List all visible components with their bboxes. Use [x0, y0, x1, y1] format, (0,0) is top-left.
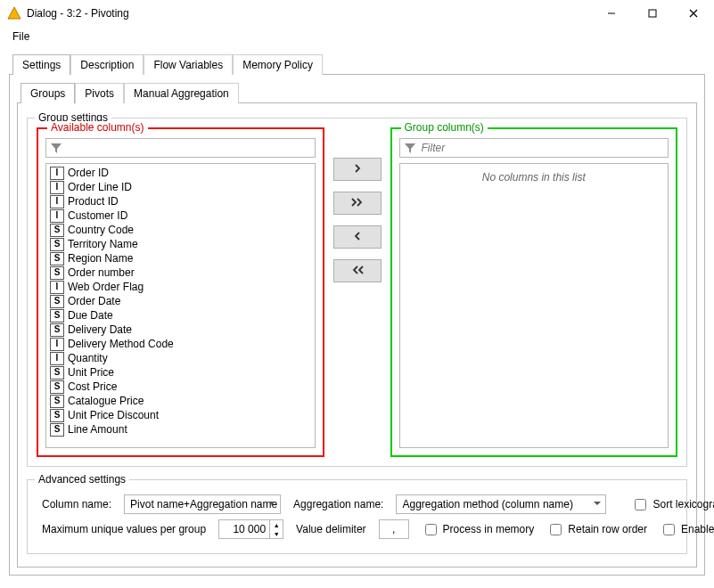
group-filter[interactable] [399, 138, 669, 158]
tab-groups[interactable]: Groups [21, 83, 75, 103]
tab-description[interactable]: Description [70, 54, 144, 75]
window-maximize-button[interactable] [632, 0, 673, 27]
spinner-down-icon[interactable]: ▼ [270, 529, 283, 538]
type-badge: S [50, 295, 64, 308]
column-name: Region Name [68, 252, 133, 265]
list-item[interactable]: SOrder Date [48, 294, 313, 308]
list-item[interactable]: STerritory Name [48, 237, 313, 251]
tab-flow-variables[interactable]: Flow Variables [144, 54, 233, 75]
column-name: Customer ID [68, 209, 127, 222]
type-badge: I [50, 281, 64, 294]
group-columns-legend: Group column(s) [401, 121, 488, 134]
type-badge: S [50, 266, 64, 280]
type-badge: S [50, 366, 64, 380]
sort-lex-checkbox[interactable]: Sort lexicographically [631, 496, 714, 513]
add-all-button[interactable] [333, 192, 382, 215]
column-name: Cost Price [68, 380, 117, 393]
available-columns-pane: Available column(s) IOrder IDIOrder Line… [37, 127, 324, 457]
remove-all-button[interactable] [333, 259, 382, 282]
column-name: Order Line ID [68, 181, 132, 193]
column-name: Quantity [68, 352, 108, 364]
sort-lex-input[interactable] [635, 499, 646, 510]
column-name: Due Date [68, 309, 113, 322]
process-in-memory-input[interactable] [425, 524, 437, 535]
funnel-icon [50, 142, 62, 154]
list-item[interactable]: IOrder Line ID [48, 180, 313, 194]
svg-marker-6 [405, 143, 415, 153]
list-item[interactable]: SDelivery Date [48, 323, 313, 337]
list-item[interactable]: IDelivery Method Code [48, 337, 313, 351]
column-name: Order ID [68, 167, 109, 179]
tab-memory-policy[interactable]: Memory Policy [233, 54, 323, 75]
close-icon [689, 9, 698, 18]
column-name: Delivery Date [68, 323, 132, 336]
move-buttons [333, 127, 382, 457]
type-badge: S [50, 409, 64, 422]
column-name-label: Column name: [42, 498, 111, 510]
list-item[interactable]: SLine Amount [48, 422, 313, 437]
type-badge: S [50, 309, 64, 323]
max-unique-label: Maximum unique values per group [42, 523, 206, 535]
tab-pivots[interactable]: Pivots [75, 83, 124, 103]
type-badge: S [50, 224, 64, 237]
window-close-button[interactable] [673, 0, 714, 27]
group-filter-input[interactable] [420, 141, 665, 155]
process-in-memory-checkbox[interactable]: Process in memory [422, 521, 535, 538]
list-item[interactable]: ICustomer ID [48, 208, 313, 223]
menubar: File [0, 27, 714, 48]
available-columns-list[interactable]: IOrder IDIOrder Line IDIProduct IDICusto… [46, 164, 315, 447]
titlebar: Dialog - 3:2 - Pivoting [0, 0, 714, 27]
dialog-buttons: OK Apply Cancel ? [0, 584, 714, 588]
menu-file[interactable]: File [7, 29, 35, 45]
available-filter[interactable] [45, 138, 316, 158]
tab-settings[interactable]: Settings [12, 54, 70, 75]
aggregation-name-combo[interactable]: Aggregation method (column name) [396, 494, 606, 514]
type-badge: S [50, 252, 64, 265]
window-minimize-button[interactable] [591, 0, 632, 27]
window-title: Dialog - 3:2 - Pivoting [27, 7, 591, 20]
advanced-settings-legend: Advanced settings [35, 473, 129, 486]
list-item[interactable]: SDue Date [48, 308, 313, 323]
chevron-right-icon [351, 163, 364, 174]
column-name: Catalogue Price [68, 395, 144, 407]
list-item[interactable]: SUnit Price Discount [48, 408, 313, 422]
maximize-icon [648, 9, 657, 18]
available-columns-legend: Available column(s) [47, 121, 148, 134]
max-unique-input[interactable] [219, 520, 269, 538]
list-item[interactable]: SCatalogue Price [48, 394, 313, 408]
remove-button[interactable] [333, 225, 382, 249]
tab-manual-aggregation[interactable]: Manual Aggregation [124, 83, 239, 103]
group-settings-box: Group settings Available column(s) [27, 118, 687, 467]
enable-hiliting-checkbox[interactable]: Enable hiliting [660, 521, 714, 538]
column-name-combo[interactable]: Pivot name+Aggregation name [124, 494, 281, 514]
list-item[interactable]: IProduct ID [48, 194, 313, 208]
list-item[interactable]: IQuantity [48, 351, 313, 365]
list-item[interactable]: SCountry Code [48, 223, 313, 237]
funnel-icon [404, 142, 416, 154]
type-badge: S [50, 323, 64, 337]
type-badge: S [50, 395, 64, 408]
max-unique-spinner[interactable]: ▲▼ [218, 519, 283, 539]
list-item[interactable]: IOrder ID [48, 166, 313, 180]
type-badge: I [50, 195, 64, 208]
retain-row-order-checkbox[interactable]: Retain row order [546, 521, 647, 538]
list-item[interactable]: SRegion Name [48, 251, 313, 265]
available-filter-input[interactable] [66, 141, 311, 155]
enable-hiliting-label: Enable hiliting [681, 523, 714, 535]
group-columns-list[interactable]: No columns in this list [400, 164, 669, 447]
enable-hiliting-input[interactable] [663, 524, 675, 535]
list-item[interactable]: SUnit Price [48, 365, 313, 380]
aggregation-name-value: Aggregation method (column name) [402, 498, 572, 510]
chevron-left-icon [351, 231, 364, 241]
process-in-memory-label: Process in memory [443, 523, 535, 535]
sort-lex-label: Sort lexicographically [652, 498, 714, 510]
list-item[interactable]: IWeb Order Flag [48, 280, 313, 294]
list-item[interactable]: SOrder number [48, 265, 313, 280]
list-item[interactable]: SCost Price [48, 380, 313, 394]
type-badge: I [50, 338, 64, 351]
add-button[interactable] [333, 158, 382, 181]
empty-list-hint: No columns in this list [402, 166, 667, 184]
spinner-up-icon[interactable]: ▲ [270, 520, 283, 529]
value-delim-input[interactable] [379, 519, 409, 539]
retain-row-order-input[interactable] [550, 524, 562, 535]
